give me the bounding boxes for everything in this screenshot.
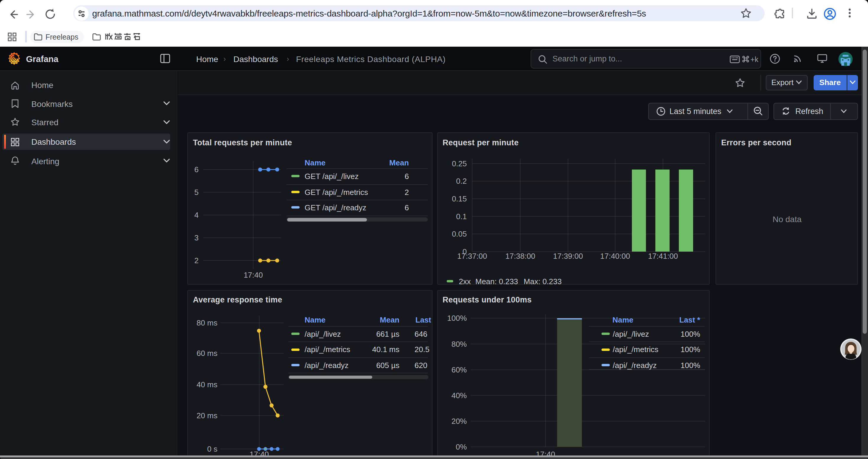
svg-text:3: 3 [194, 233, 198, 242]
svg-text:0.25: 0.25 [452, 159, 466, 168]
svg-text:17:41:00: 17:41:00 [648, 252, 677, 261]
svg-text:20 ms: 20 ms [196, 411, 217, 420]
svg-text:0.1: 0.1 [456, 212, 466, 221]
svg-text:2: 2 [194, 256, 198, 265]
svg-text:17:37:00: 17:37:00 [457, 252, 487, 261]
svg-text:20%: 20% [451, 417, 466, 425]
svg-text:17:39:00: 17:39:00 [553, 252, 583, 261]
svg-text:0.05: 0.05 [452, 230, 466, 238]
svg-text:0%: 0% [455, 442, 466, 451]
svg-text:17:40: 17:40 [244, 270, 263, 280]
svg-text:17:38:00: 17:38:00 [505, 252, 535, 261]
svg-text:0 s: 0 s [207, 444, 217, 453]
svg-text:40%: 40% [451, 391, 466, 400]
svg-text:0.2: 0.2 [456, 177, 466, 186]
svg-text:40 ms: 40 ms [196, 380, 217, 389]
svg-text:17:40:00: 17:40:00 [600, 252, 630, 261]
svg-text:0.15: 0.15 [452, 194, 466, 203]
